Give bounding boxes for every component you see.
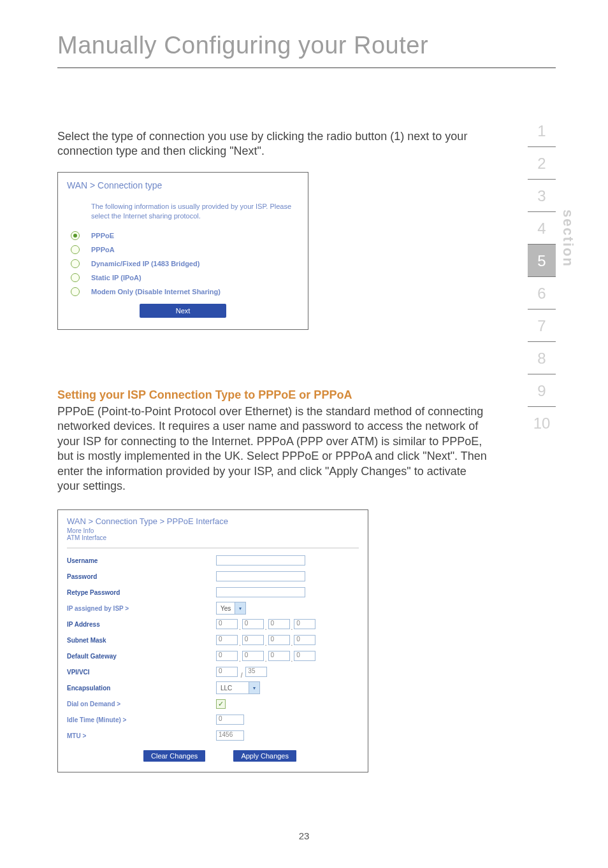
- mtu-label[interactable]: MTU >: [67, 732, 216, 739]
- radio-icon[interactable]: [71, 231, 80, 240]
- breadcrumb: WAN > Connection type: [67, 180, 299, 190]
- dial-on-demand-label[interactable]: Dial on Demand >: [67, 701, 216, 708]
- mask-octet-2[interactable]: 0: [242, 635, 264, 645]
- encapsulation-select[interactable]: LLC ▾: [216, 681, 260, 694]
- option-label: PPPoA: [91, 246, 115, 253]
- username-input[interactable]: [216, 555, 305, 566]
- section-paragraph: PPPoE (Point-to-Point Protocol over Ethe…: [57, 404, 491, 494]
- mask-octet-4[interactable]: 0: [294, 635, 315, 645]
- clear-changes-button[interactable]: Clear Changes: [143, 750, 205, 762]
- gw-octet-4[interactable]: 0: [294, 651, 315, 661]
- option-label: Dynamic/Fixed IP (1483 Bridged): [91, 260, 199, 267]
- section-nav-9[interactable]: 9: [528, 374, 556, 407]
- mask-octet-3[interactable]: 0: [268, 635, 290, 645]
- radio-icon[interactable]: [71, 245, 80, 254]
- ip-octet-2[interactable]: 0: [242, 619, 264, 629]
- vpi-vci-label: VPI/VCI: [67, 669, 216, 676]
- retype-password-label: Retype Password: [67, 589, 216, 596]
- option-label: Static IP (IPoA): [91, 274, 141, 281]
- gw-octet-2[interactable]: 0: [242, 651, 264, 661]
- radio-icon[interactable]: [71, 287, 80, 296]
- option-label: PPPoE: [91, 232, 114, 239]
- option-static-ip[interactable]: Static IP (IPoA): [71, 273, 299, 282]
- chevron-down-icon: ▾: [235, 602, 245, 614]
- more-info-link[interactable]: More Info: [67, 527, 359, 534]
- section-nav-1[interactable]: 1: [528, 115, 556, 147]
- section-nav-7[interactable]: 7: [528, 309, 556, 342]
- section-nav-6[interactable]: 6: [528, 277, 556, 309]
- section-nav-5[interactable]: 5: [528, 245, 556, 277]
- encapsulation-label: Encapsulation: [67, 685, 216, 692]
- ip-address-label: IP Address: [67, 621, 216, 628]
- ip-assigned-select[interactable]: Yes ▾: [216, 602, 246, 615]
- select-value: Yes: [217, 605, 235, 612]
- connection-type-panel: WAN > Connection type The following info…: [57, 172, 308, 330]
- subnet-mask-label: Subnet Mask: [67, 637, 216, 644]
- username-label: Username: [67, 557, 216, 564]
- intro-text: Select the type of connection you use by…: [57, 129, 478, 159]
- atm-interface-link[interactable]: ATM Interface: [67, 534, 359, 541]
- vci-input[interactable]: 35: [245, 667, 267, 677]
- section-nav-8[interactable]: 8: [528, 342, 556, 374]
- gw-octet-3[interactable]: 0: [268, 651, 290, 661]
- section-label: section: [560, 210, 576, 267]
- panel-description: The following information is usually pro…: [91, 202, 299, 221]
- ip-octet-4[interactable]: 0: [294, 619, 315, 629]
- ip-assigned-label[interactable]: IP assigned by ISP >: [67, 605, 216, 612]
- dial-on-demand-checkbox[interactable]: ✓: [216, 699, 226, 709]
- section-nav-4[interactable]: 4: [528, 212, 556, 245]
- page-number: 23: [0, 830, 608, 841]
- title-rule: [57, 68, 556, 68]
- select-value: LLC: [217, 685, 249, 692]
- chevron-down-icon: ▾: [249, 682, 259, 694]
- section-nav-2[interactable]: 2: [528, 147, 556, 180]
- option-modem-only[interactable]: Modem Only (Disable Internet Sharing): [71, 287, 299, 296]
- ip-octet-3[interactable]: 0: [268, 619, 290, 629]
- mtu-input[interactable]: 1456: [216, 730, 244, 741]
- gw-octet-1[interactable]: 0: [216, 651, 238, 661]
- option-pppoe[interactable]: PPPoE: [71, 231, 299, 240]
- mask-octet-1[interactable]: 0: [216, 635, 238, 645]
- option-label: Modem Only (Disable Internet Sharing): [91, 288, 221, 295]
- apply-changes-button[interactable]: Apply Changes: [233, 750, 296, 762]
- next-button[interactable]: Next: [140, 304, 226, 318]
- section-nav: 1 2 3 4 5 6 7 8 9 10: [528, 115, 556, 439]
- pppoe-interface-panel: WAN > Connection Type > PPPoE Interface …: [57, 509, 368, 772]
- section-nav-10[interactable]: 10: [528, 407, 556, 439]
- divider: [67, 548, 359, 548]
- idle-time-input[interactable]: 0: [216, 715, 244, 725]
- default-gateway-label: Default Gateway: [67, 653, 216, 660]
- page-title: Manually Configuring your Router: [57, 32, 428, 59]
- slash-separator: /: [238, 672, 245, 679]
- retype-password-input[interactable]: [216, 587, 305, 597]
- option-pppoa[interactable]: PPPoA: [71, 245, 299, 254]
- ip-octet-1[interactable]: 0: [216, 619, 238, 629]
- section-nav-3[interactable]: 3: [528, 180, 556, 212]
- password-input[interactable]: [216, 571, 305, 581]
- option-dynamic-fixed-ip[interactable]: Dynamic/Fixed IP (1483 Bridged): [71, 259, 299, 268]
- radio-icon[interactable]: [71, 273, 80, 282]
- idle-time-label[interactable]: Idle Time (Minute) >: [67, 716, 216, 723]
- password-label: Password: [67, 573, 216, 580]
- radio-icon[interactable]: [71, 259, 80, 268]
- section-heading: Setting your ISP Connection Type to PPPo…: [57, 388, 352, 402]
- vpi-input[interactable]: 0: [216, 667, 238, 677]
- breadcrumb: WAN > Connection Type > PPPoE Interface: [67, 516, 359, 526]
